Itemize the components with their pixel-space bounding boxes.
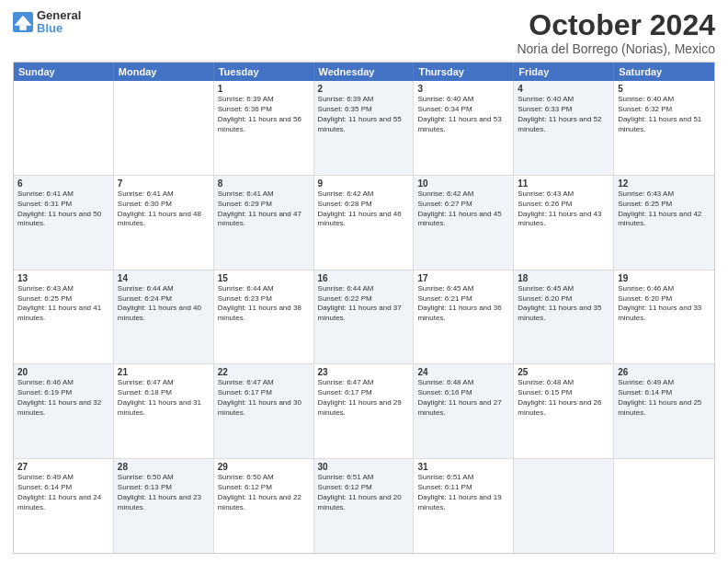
day-number: 24: [417, 367, 509, 377]
calendar-cell: 25Sunrise: 6:48 AM Sunset: 6:15 PM Dayli…: [514, 364, 614, 458]
day-number: 18: [518, 273, 609, 283]
calendar-cell: 7Sunrise: 6:41 AM Sunset: 6:30 PM Daylig…: [114, 176, 214, 270]
day-number: 8: [218, 178, 310, 189]
cell-content: Sunrise: 6:48 AM Sunset: 6:16 PM Dayligh…: [417, 378, 509, 418]
cell-content: Sunrise: 6:40 AM Sunset: 6:32 PM Dayligh…: [618, 95, 711, 134]
calendar: SundayMondayTuesdayWednesdayThursdayFrid…: [13, 62, 715, 554]
svg-rect-2: [19, 26, 26, 30]
calendar-cell: 19Sunrise: 6:46 AM Sunset: 6:20 PM Dayli…: [614, 270, 714, 364]
cell-content: Sunrise: 6:49 AM Sunset: 6:14 PM Dayligh…: [618, 378, 711, 418]
day-number: 14: [118, 273, 210, 283]
calendar-header-cell: Wednesday: [314, 63, 415, 81]
day-number: 29: [218, 462, 310, 472]
day-number: 10: [417, 178, 509, 189]
cell-content: Sunrise: 6:49 AM Sunset: 6:14 PM Dayligh…: [17, 473, 109, 512]
day-number: 6: [17, 178, 109, 189]
calendar-cell: 21Sunrise: 6:47 AM Sunset: 6:18 PM Dayli…: [114, 364, 214, 458]
page: General Blue October 2024 Noria del Borr…: [0, 0, 728, 563]
calendar-cell: 20Sunrise: 6:46 AM Sunset: 6:19 PM Dayli…: [14, 364, 114, 458]
calendar-cell: 11Sunrise: 6:43 AM Sunset: 6:26 PM Dayli…: [514, 176, 614, 270]
cell-content: Sunrise: 6:47 AM Sunset: 6:17 PM Dayligh…: [218, 378, 310, 418]
title-block: October 2024 Noria del Borrego (Norias),…: [517, 9, 715, 56]
calendar-row: 13Sunrise: 6:43 AM Sunset: 6:25 PM Dayli…: [14, 270, 714, 364]
day-number: 27: [17, 462, 109, 472]
cell-content: Sunrise: 6:44 AM Sunset: 6:23 PM Dayligh…: [218, 284, 310, 324]
calendar-cell: 27Sunrise: 6:49 AM Sunset: 6:14 PM Dayli…: [14, 459, 114, 553]
calendar-cell: [514, 459, 614, 553]
day-number: 4: [518, 84, 609, 94]
calendar-cell: [14, 81, 114, 175]
calendar-cell: 28Sunrise: 6:50 AM Sunset: 6:13 PM Dayli…: [114, 459, 214, 553]
cell-content: Sunrise: 6:41 AM Sunset: 6:30 PM Dayligh…: [118, 190, 210, 229]
cell-content: Sunrise: 6:44 AM Sunset: 6:24 PM Dayligh…: [118, 284, 210, 324]
calendar-cell: 24Sunrise: 6:48 AM Sunset: 6:16 PM Dayli…: [414, 364, 514, 458]
day-number: 19: [618, 273, 711, 283]
calendar-row: 6Sunrise: 6:41 AM Sunset: 6:31 PM Daylig…: [14, 175, 714, 270]
logo-text: General Blue: [37, 9, 81, 36]
day-number: 22: [218, 367, 310, 377]
calendar-cell: 22Sunrise: 6:47 AM Sunset: 6:17 PM Dayli…: [214, 364, 314, 458]
cell-content: Sunrise: 6:41 AM Sunset: 6:29 PM Dayligh…: [218, 190, 310, 229]
cell-content: Sunrise: 6:40 AM Sunset: 6:34 PM Dayligh…: [417, 95, 509, 134]
cell-content: Sunrise: 6:42 AM Sunset: 6:28 PM Dayligh…: [318, 190, 410, 229]
logo-icon: [13, 12, 33, 32]
day-number: 23: [318, 367, 410, 377]
calendar-cell: 26Sunrise: 6:49 AM Sunset: 6:14 PM Dayli…: [614, 364, 714, 458]
calendar-cell: 8Sunrise: 6:41 AM Sunset: 6:29 PM Daylig…: [214, 176, 314, 270]
cell-content: Sunrise: 6:50 AM Sunset: 6:13 PM Dayligh…: [118, 473, 210, 512]
day-number: 28: [118, 462, 210, 472]
calendar-cell: 2Sunrise: 6:39 AM Sunset: 6:35 PM Daylig…: [314, 81, 415, 175]
subtitle: Noria del Borrego (Norias), Mexico: [517, 41, 715, 56]
calendar-cell: 12Sunrise: 6:43 AM Sunset: 6:25 PM Dayli…: [614, 176, 714, 270]
day-number: 26: [618, 367, 711, 377]
calendar-cell: 10Sunrise: 6:42 AM Sunset: 6:27 PM Dayli…: [414, 176, 514, 270]
calendar-header-cell: Friday: [514, 63, 614, 81]
cell-content: Sunrise: 6:41 AM Sunset: 6:31 PM Dayligh…: [17, 190, 109, 229]
day-number: 31: [417, 462, 509, 472]
cell-content: Sunrise: 6:50 AM Sunset: 6:12 PM Dayligh…: [218, 473, 310, 512]
calendar-cell: [614, 459, 714, 553]
logo: General Blue: [13, 9, 81, 36]
calendar-cell: 23Sunrise: 6:47 AM Sunset: 6:17 PM Dayli…: [314, 364, 415, 458]
calendar-cell: 14Sunrise: 6:44 AM Sunset: 6:24 PM Dayli…: [114, 270, 214, 364]
day-number: 1: [218, 84, 310, 94]
day-number: 2: [318, 84, 410, 94]
calendar-row: 1Sunrise: 6:39 AM Sunset: 6:36 PM Daylig…: [14, 81, 714, 175]
cell-content: Sunrise: 6:51 AM Sunset: 6:11 PM Dayligh…: [417, 473, 509, 512]
calendar-row: 27Sunrise: 6:49 AM Sunset: 6:14 PM Dayli…: [14, 458, 714, 553]
calendar-cell: 5Sunrise: 6:40 AM Sunset: 6:32 PM Daylig…: [614, 81, 714, 175]
day-number: 30: [318, 462, 410, 472]
cell-content: Sunrise: 6:45 AM Sunset: 6:21 PM Dayligh…: [417, 284, 509, 324]
day-number: 20: [17, 367, 109, 377]
day-number: 9: [318, 178, 410, 189]
calendar-cell: 13Sunrise: 6:43 AM Sunset: 6:25 PM Dayli…: [14, 270, 114, 364]
calendar-cell: 9Sunrise: 6:42 AM Sunset: 6:28 PM Daylig…: [314, 176, 415, 270]
cell-content: Sunrise: 6:39 AM Sunset: 6:35 PM Dayligh…: [318, 95, 410, 134]
calendar-body: 1Sunrise: 6:39 AM Sunset: 6:36 PM Daylig…: [14, 81, 714, 553]
logo-line1: General: [37, 9, 81, 22]
calendar-cell: 3Sunrise: 6:40 AM Sunset: 6:34 PM Daylig…: [414, 81, 514, 175]
cell-content: Sunrise: 6:47 AM Sunset: 6:17 PM Dayligh…: [318, 378, 410, 418]
day-number: 25: [518, 367, 609, 377]
header: General Blue October 2024 Noria del Borr…: [13, 9, 715, 56]
day-number: 17: [417, 273, 509, 283]
cell-content: Sunrise: 6:43 AM Sunset: 6:25 PM Dayligh…: [618, 190, 711, 229]
day-number: 3: [417, 84, 509, 94]
calendar-cell: 18Sunrise: 6:45 AM Sunset: 6:20 PM Dayli…: [514, 270, 614, 364]
calendar-header-cell: Tuesday: [214, 63, 314, 81]
day-number: 7: [118, 178, 210, 189]
calendar-header-cell: Monday: [114, 63, 214, 81]
cell-content: Sunrise: 6:45 AM Sunset: 6:20 PM Dayligh…: [518, 284, 609, 324]
calendar-cell: 17Sunrise: 6:45 AM Sunset: 6:21 PM Dayli…: [414, 270, 514, 364]
calendar-header-cell: Saturday: [614, 63, 714, 81]
day-number: 16: [318, 273, 410, 283]
calendar-header: SundayMondayTuesdayWednesdayThursdayFrid…: [14, 63, 714, 81]
calendar-cell: 16Sunrise: 6:44 AM Sunset: 6:22 PM Dayli…: [314, 270, 415, 364]
cell-content: Sunrise: 6:43 AM Sunset: 6:25 PM Dayligh…: [17, 284, 109, 324]
cell-content: Sunrise: 6:39 AM Sunset: 6:36 PM Dayligh…: [218, 95, 310, 134]
cell-content: Sunrise: 6:44 AM Sunset: 6:22 PM Dayligh…: [318, 284, 410, 324]
calendar-header-cell: Sunday: [14, 63, 114, 81]
day-number: 21: [118, 367, 210, 377]
cell-content: Sunrise: 6:43 AM Sunset: 6:26 PM Dayligh…: [518, 190, 609, 229]
day-number: 5: [618, 84, 711, 94]
